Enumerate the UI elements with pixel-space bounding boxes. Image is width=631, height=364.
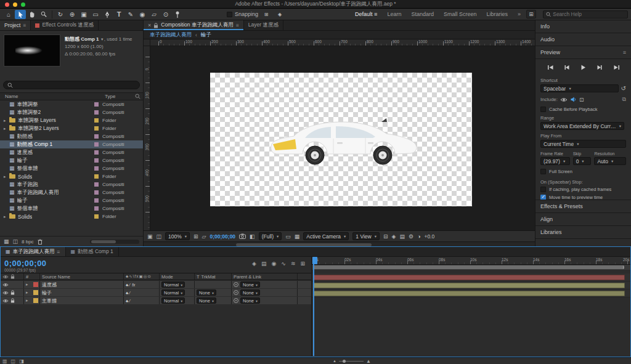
home-icon[interactable]: ⌂ <box>3 10 14 19</box>
include-overlays-icon[interactable]: ⊡ <box>579 97 584 103</box>
panel-menu-icon[interactable]: ≡ <box>23 22 26 28</box>
panel-header-audio[interactable]: Audio <box>535 33 631 46</box>
expand-in-out-icon[interactable]: ◨ <box>19 358 24 364</box>
layer-name[interactable]: 速度感 <box>40 281 124 288</box>
project-row[interactable]: ▦整個車體Compositi <box>0 164 143 172</box>
resolution-select[interactable]: (Full) <box>259 232 282 240</box>
layer-lock-icon[interactable] <box>10 290 15 295</box>
clone-stamp-tool[interactable]: ◉ <box>137 10 148 19</box>
project-settings-icon[interactable]: ◫ <box>13 238 18 245</box>
camera-select[interactable]: Active Camera <box>303 232 349 240</box>
pan-behind-tool[interactable]: ▣ <box>78 10 89 19</box>
bit-depth-button[interactable]: 8 bpc <box>22 239 34 245</box>
panel-header-info[interactable]: Info <box>535 20 631 33</box>
play-button[interactable] <box>577 63 590 71</box>
label-color-chip[interactable] <box>94 118 99 123</box>
panel-header-align[interactable]: Align <box>535 213 631 226</box>
zoom-out-mountain-icon[interactable]: ▲ <box>333 359 336 363</box>
timeline-button-icon[interactable]: ▤ <box>399 233 405 240</box>
layer-visibility-icon[interactable] <box>2 291 9 295</box>
frame-blending-icon[interactable]: ∿ <box>281 261 286 267</box>
disclosure-triangle-icon[interactable]: ▸ <box>4 118 9 123</box>
label-color-chip[interactable] <box>94 102 99 107</box>
layer-row-2[interactable]: ▸2 輪子 ♣ ⁄ Normal None None <box>1 289 311 297</box>
last-frame-button[interactable] <box>610 63 622 71</box>
tab-layer[interactable]: Layer 速度感 <box>244 20 283 30</box>
snapping-checkbox[interactable] <box>227 12 232 17</box>
disclosure-triangle-icon[interactable]: ▸ <box>4 174 9 179</box>
skip-select[interactable]: 0 <box>573 157 592 165</box>
graph-editor-icon[interactable]: ⊞ <box>300 261 305 267</box>
expand-transfer-controls-icon[interactable]: ◫ <box>11 358 16 364</box>
workspace-libraries[interactable]: Libraries <box>486 11 508 17</box>
blend-mode-select[interactable]: Normal <box>161 289 185 296</box>
layer-expander-icon[interactable]: ▸ <box>26 290 31 295</box>
trkmat-select[interactable]: None <box>197 289 216 296</box>
shortcut-select[interactable]: Spacebar <box>540 84 619 92</box>
play-from-select[interactable]: Current Time <box>540 140 626 148</box>
label-color-chip[interactable] <box>94 134 99 139</box>
parent-pickwhip-icon[interactable] <box>234 282 238 287</box>
layer-color-chip[interactable] <box>33 298 38 303</box>
tab-composition[interactable]: × Composition 車子跑跑鐵人賽用 ≡ <box>144 20 244 30</box>
cti-handle[interactable] <box>312 257 317 264</box>
project-row[interactable]: ▸SolidsFolder <box>0 172 143 180</box>
grid-guides-icon[interactable]: ⊞ <box>193 233 198 240</box>
project-row[interactable]: ▦車體調整Compositi <box>0 100 143 108</box>
search-help-box[interactable] <box>543 10 628 18</box>
label-color-chip[interactable] <box>94 174 99 179</box>
timeline-track-pane[interactable]: 0s02s 04s06s 08s10s 12s14s 16s18s 20s <box>312 257 630 356</box>
timeline-tab-2[interactable]: ▦ 動態感 Comp 1 <box>66 247 119 256</box>
column-mode[interactable]: Mode <box>160 273 195 280</box>
layer-switches[interactable]: ♣ ⁄ <box>124 289 160 296</box>
mask-visibility-icon[interactable]: ▱ <box>202 233 206 240</box>
composition-hscrollbar[interactable] <box>144 241 535 246</box>
snapshot-camera-icon[interactable] <box>239 233 246 239</box>
roto-brush-tool[interactable]: ⊙ <box>160 10 171 19</box>
label-color-chip[interactable] <box>94 158 99 163</box>
label-color-chip[interactable] <box>94 126 99 131</box>
layer-track-1[interactable] <box>312 273 630 281</box>
orbit-camera-tool[interactable]: ⊕ <box>67 10 78 19</box>
expand-layer-switches-icon[interactable]: ▥ <box>2 358 7 364</box>
workspace-default[interactable]: Default ≡ <box>355 11 377 17</box>
project-row[interactable]: ▦速度感Compositi <box>0 148 143 156</box>
zoom-slider[interactable] <box>339 361 364 362</box>
trkmat-select[interactable]: None <box>197 297 216 304</box>
include-video-icon[interactable] <box>560 97 568 102</box>
search-icon[interactable] <box>135 94 140 99</box>
layer-row-3[interactable]: ▸3 主車體 ♣ ⁄ Normal None None <box>1 297 311 305</box>
layer-name[interactable]: 主車體 <box>40 297 124 304</box>
project-row[interactable]: ▦車體調整2Compositi <box>0 108 143 116</box>
draft-3d-icon[interactable]: ▤ <box>261 261 267 267</box>
rotate-tool[interactable]: ↻ <box>55 10 66 19</box>
parent-pickwhip-icon[interactable] <box>234 290 238 295</box>
hide-shy-layers-icon[interactable]: ◉ <box>272 261 277 267</box>
zoom-in-mountain-icon[interactable]: ▲ <box>366 358 371 364</box>
minimize-window-button[interactable] <box>13 2 17 7</box>
region-of-interest-icon[interactable]: ▭ <box>285 233 291 240</box>
workspace-bar-icon[interactable]: ⊞ <box>526 10 536 18</box>
flowchart-icon[interactable]: ⚙ <box>409 233 413 240</box>
project-row[interactable]: ▸SolidsFolder <box>0 212 143 220</box>
project-row[interactable]: ▦整個車體Compositi <box>0 204 143 212</box>
layer-expander-icon[interactable]: ▸ <box>26 282 31 287</box>
include-audio-icon[interactable] <box>570 97 577 102</box>
pixel-aspect-icon[interactable]: ⊟ <box>383 233 388 240</box>
shape-tool[interactable]: ▭ <box>90 10 101 19</box>
parent-select[interactable]: None <box>240 289 260 296</box>
workspace-small-screen[interactable]: Small Screen <box>444 11 477 17</box>
selection-tool[interactable] <box>15 10 26 19</box>
timeline-tab-1[interactable]: ▦ 車子跑跑鐵人賽用 ≡ <box>1 247 66 256</box>
layer-track-3[interactable] <box>312 289 630 297</box>
zoom-tool[interactable] <box>38 10 49 19</box>
project-row[interactable]: ▦車子跑跑Compositi <box>0 180 143 188</box>
motion-blur-icon[interactable]: ≋ <box>291 261 296 267</box>
reset-icon[interactable]: ↺ <box>621 85 626 92</box>
label-color-chip[interactable] <box>94 198 99 203</box>
panel-header-effects-presets[interactable]: Effects & Presets <box>535 200 631 213</box>
if-caching-checkbox[interactable] <box>540 187 546 192</box>
layer-expander-icon[interactable]: ▸ <box>26 298 31 303</box>
label-color-chip[interactable] <box>94 206 99 211</box>
layer-track-2[interactable] <box>312 281 630 289</box>
